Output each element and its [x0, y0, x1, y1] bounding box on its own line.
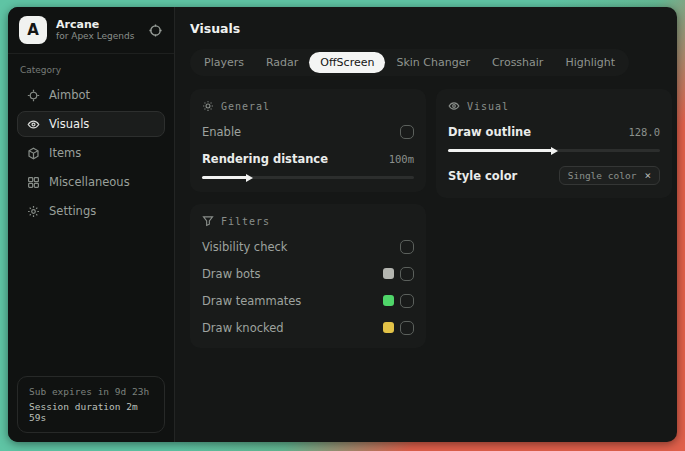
target-icon[interactable] — [148, 23, 163, 38]
draw-teammates-color-swatch[interactable] — [383, 295, 394, 306]
row-controls — [383, 321, 414, 335]
session-duration-text: Session duration 2m 59s — [29, 401, 153, 423]
box-icon — [27, 147, 40, 160]
style-color-value: Single color — [568, 170, 637, 181]
enable-label: Enable — [202, 125, 241, 139]
slider-fill — [448, 149, 554, 152]
sub-expires-text: Sub expires in 9d 23h — [29, 386, 153, 397]
draw-teammates-label: Draw teammates — [202, 294, 301, 308]
cards-area: General Enable Rendering distance 100m — [190, 89, 672, 348]
row-controls — [383, 294, 414, 308]
category-label: Category — [8, 54, 174, 80]
eye-icon — [448, 100, 460, 112]
draw-knocked-row: Draw knocked — [202, 320, 414, 335]
draw-teammates-checkbox[interactable] — [400, 294, 414, 308]
slider-thumb[interactable] — [551, 147, 558, 155]
cards-left-column: General Enable Rendering distance 100m — [190, 89, 426, 348]
sun-icon — [202, 100, 214, 112]
funnel-icon — [202, 215, 214, 227]
draw-outline-row: Draw outline 128.0 — [448, 124, 660, 139]
tab-players[interactable]: Players — [193, 52, 255, 73]
draw-knocked-label: Draw knocked — [202, 321, 284, 335]
tab-highlight[interactable]: Highlight — [554, 52, 626, 73]
visibility-check-checkbox[interactable] — [400, 240, 414, 254]
visual-card-title: Visual — [467, 101, 509, 112]
page-title: Visuals — [190, 21, 672, 36]
row-controls — [400, 240, 414, 254]
visual-card: Visual Draw outline 128.0 Style color Si… — [436, 89, 672, 198]
draw-outline-value: 128.0 — [628, 126, 660, 138]
filters-card: Filters Visibility check Draw bots — [190, 204, 426, 348]
filters-card-header: Filters — [202, 215, 414, 227]
app-header: A Arcane for Apex Legends — [8, 7, 174, 54]
sidebar-spacer — [8, 229, 174, 367]
sidebar-item-label: Items — [49, 146, 81, 160]
app-meta: Arcane for Apex Legends — [56, 18, 139, 43]
draw-outline-slider[interactable] — [448, 149, 660, 152]
eye-icon — [27, 118, 40, 131]
tab-radar[interactable]: Radar — [255, 52, 309, 73]
draw-knocked-color-swatch[interactable] — [383, 322, 394, 333]
draw-knocked-checkbox[interactable] — [400, 321, 414, 335]
draw-bots-row: Draw bots — [202, 266, 414, 281]
rendering-distance-row: Rendering distance 100m — [202, 151, 414, 166]
style-color-row: Style color Single color × — [448, 166, 660, 185]
sidebar-item-aimbot[interactable]: Aimbot — [17, 82, 165, 108]
rendering-distance-value: 100m — [389, 153, 414, 165]
style-color-select[interactable]: Single color × — [559, 166, 660, 185]
grid-icon — [27, 176, 40, 189]
session-info-panel: Sub expires in 9d 23h Session duration 2… — [17, 376, 165, 433]
slider-fill — [202, 176, 249, 179]
draw-bots-label: Draw bots — [202, 267, 261, 281]
row-controls — [383, 267, 414, 281]
rendering-distance-slider[interactable] — [202, 176, 414, 179]
main-content: Visuals Players Radar OffScreen Skin Cha… — [175, 7, 685, 442]
general-card-header: General — [202, 100, 414, 112]
tab-skin-changer[interactable]: Skin Changer — [385, 52, 481, 73]
enable-row: Enable — [202, 124, 414, 139]
tab-crosshair[interactable]: Crosshair — [481, 52, 554, 73]
tab-offscreen[interactable]: OffScreen — [309, 52, 385, 73]
visibility-check-label: Visibility check — [202, 240, 288, 254]
cards-right-column: Visual Draw outline 128.0 Style color Si… — [436, 89, 672, 198]
style-color-label: Style color — [448, 169, 517, 183]
filters-card-title: Filters — [221, 216, 270, 227]
app-logo: A — [19, 16, 47, 44]
sidebar-item-label: Miscellaneous — [49, 175, 130, 189]
draw-bots-color-swatch[interactable] — [383, 268, 394, 279]
sidebar-item-label: Aimbot — [49, 88, 90, 102]
desktop: { "app": { "logo_letter": "A", "name": "… — [0, 0, 685, 451]
crosshair-icon — [27, 89, 40, 102]
draw-teammates-row: Draw teammates — [202, 293, 414, 308]
slider-thumb[interactable] — [246, 174, 253, 182]
sidebar: A Arcane for Apex Legends Category Aimbo… — [8, 7, 175, 442]
app-name: Arcane — [56, 18, 139, 32]
app-window: A Arcane for Apex Legends Category Aimbo… — [8, 7, 677, 442]
visibility-check-row: Visibility check — [202, 239, 414, 254]
sidebar-item-visuals[interactable]: Visuals — [17, 111, 165, 137]
enable-checkbox[interactable] — [400, 125, 414, 139]
general-card: General Enable Rendering distance 100m — [190, 89, 426, 192]
draw-outline-label: Draw outline — [448, 125, 531, 139]
visual-card-header: Visual — [448, 100, 660, 112]
close-icon[interactable]: × — [644, 170, 651, 181]
tab-bar: Players Radar OffScreen Skin Changer Cro… — [190, 49, 629, 76]
sidebar-item-miscellaneous[interactable]: Miscellaneous — [17, 169, 165, 195]
sidebar-item-items[interactable]: Items — [17, 140, 165, 166]
sidebar-nav: Aimbot Visuals Items — [8, 80, 174, 229]
draw-bots-checkbox[interactable] — [400, 267, 414, 281]
sidebar-item-label: Visuals — [49, 117, 89, 131]
sidebar-item-label: Settings — [49, 204, 96, 218]
app-subtitle: for Apex Legends — [56, 31, 139, 42]
gear-icon — [27, 205, 40, 218]
rendering-distance-label: Rendering distance — [202, 152, 328, 166]
general-card-title: General — [221, 101, 270, 112]
sidebar-item-settings[interactable]: Settings — [17, 198, 165, 224]
